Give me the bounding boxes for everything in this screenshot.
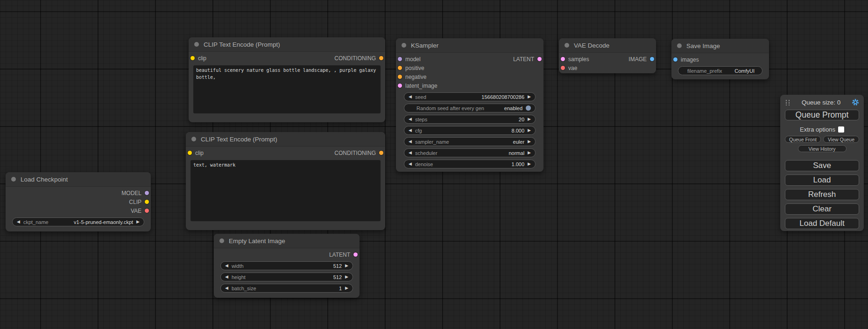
load-button[interactable]: Load bbox=[785, 175, 859, 186]
negative-prompt-textarea[interactable]: text, watermark bbox=[191, 160, 381, 221]
refresh-button[interactable]: Refresh bbox=[785, 189, 859, 200]
node-titlebar[interactable]: VAE Decode bbox=[559, 38, 656, 53]
input-label-negative: negative bbox=[405, 74, 426, 80]
input-slot-positive[interactable] bbox=[398, 66, 402, 70]
output-slot-latent[interactable] bbox=[353, 252, 358, 257]
drag-handle-icon[interactable] bbox=[785, 99, 790, 105]
decrement-arrow-icon[interactable]: ◀ bbox=[409, 95, 412, 99]
gear-icon[interactable] bbox=[852, 98, 859, 106]
increment-arrow-icon[interactable]: ▶ bbox=[136, 220, 140, 224]
input-label-model: model bbox=[405, 56, 421, 63]
input-label-vae: vae bbox=[568, 65, 577, 71]
input-slot-images[interactable] bbox=[673, 57, 677, 62]
input-label-samples: samples bbox=[568, 56, 589, 63]
increment-arrow-icon[interactable]: ▶ bbox=[528, 140, 531, 144]
input-slot-negative[interactable] bbox=[398, 75, 402, 79]
output-slot-latent[interactable] bbox=[537, 57, 542, 61]
queue-prompt-button[interactable]: Queue Prompt bbox=[785, 110, 859, 120]
toggle-on-icon[interactable] bbox=[526, 105, 531, 111]
decrement-arrow-icon[interactable]: ◀ bbox=[409, 151, 412, 155]
input-slot-clip[interactable] bbox=[188, 151, 192, 155]
input-label-positive: positive bbox=[405, 65, 424, 71]
increment-arrow-icon[interactable]: ▶ bbox=[345, 275, 348, 279]
output-slot-clip[interactable] bbox=[145, 200, 149, 204]
input-slot-vae[interactable] bbox=[561, 66, 565, 70]
slot-list: model LATENT positive negative latent_im… bbox=[396, 53, 543, 90]
decrement-arrow-icon[interactable]: ◀ bbox=[225, 275, 228, 279]
menu-header: Queue size: 0 bbox=[785, 98, 859, 106]
output-slot-vae[interactable] bbox=[145, 209, 149, 213]
graph-canvas[interactable]: Load Checkpoint MODEL CLIP VAE ◀ ckpt_na… bbox=[0, 0, 868, 329]
node-ksampler[interactable]: KSampler model LATENT positive negative … bbox=[396, 38, 543, 172]
output-slot-conditioning[interactable] bbox=[379, 56, 383, 60]
queue-front-button[interactable]: Queue Front bbox=[785, 136, 821, 143]
collapse-toggle-icon[interactable] bbox=[191, 137, 196, 141]
collapse-toggle-icon[interactable] bbox=[194, 42, 199, 47]
increment-arrow-icon[interactable]: ▶ bbox=[345, 264, 348, 268]
decrement-arrow-icon[interactable]: ◀ bbox=[409, 162, 412, 166]
filename-prefix-widget[interactable]: filename_prefix ComfyUI bbox=[678, 66, 762, 75]
node-titlebar[interactable]: Save Image bbox=[671, 39, 769, 53]
output-label-conditioning: CONDITIONING bbox=[334, 150, 376, 156]
node-titlebar[interactable]: CLIP Text Encode (Prompt) bbox=[189, 37, 385, 52]
random-seed-widget[interactable]: Random seed after every gen enabled bbox=[404, 104, 536, 112]
widget-value: 1.000 bbox=[512, 161, 525, 167]
node-empty-latent-image[interactable]: Empty Latent Image LATENT ◀ width 512 ▶ … bbox=[214, 234, 360, 298]
seed-widget[interactable]: ◀ seed 156680208700286 ▶ bbox=[404, 92, 536, 101]
collapse-toggle-icon[interactable] bbox=[565, 43, 569, 48]
input-slot-model[interactable] bbox=[398, 57, 402, 61]
decrement-arrow-icon[interactable]: ◀ bbox=[409, 140, 412, 144]
increment-arrow-icon[interactable]: ▶ bbox=[345, 286, 348, 290]
view-history-button[interactable]: View History bbox=[798, 145, 847, 152]
node-titlebar[interactable]: Empty Latent Image bbox=[214, 234, 360, 248]
input-slot-clip[interactable] bbox=[191, 56, 195, 60]
widget-value: 512 bbox=[333, 263, 342, 269]
node-titlebar[interactable]: CLIP Text Encode (Prompt) bbox=[186, 132, 385, 147]
collapse-toggle-icon[interactable] bbox=[219, 238, 224, 243]
decrement-arrow-icon[interactable]: ◀ bbox=[409, 128, 412, 133]
node-save-image[interactable]: Save Image images filename_prefix ComfyU… bbox=[671, 39, 769, 79]
node-clip-text-encode-negative[interactable]: CLIP Text Encode (Prompt) clip CONDITION… bbox=[186, 132, 385, 230]
steps-widget[interactable]: ◀ steps 20 ▶ bbox=[404, 115, 536, 124]
node-titlebar[interactable]: KSampler bbox=[396, 38, 543, 53]
collapse-toggle-icon[interactable] bbox=[677, 43, 682, 48]
height-widget[interactable]: ◀ height 512 ▶ bbox=[220, 273, 353, 281]
increment-arrow-icon[interactable]: ▶ bbox=[528, 128, 531, 133]
cfg-widget[interactable]: ◀ cfg 8.000 ▶ bbox=[404, 126, 536, 135]
node-clip-text-encode-positive[interactable]: CLIP Text Encode (Prompt) clip CONDITION… bbox=[189, 37, 385, 122]
queue-menu-panel: Queue size: 0 Queue Prompt Extra options… bbox=[780, 95, 864, 231]
output-label-vae: VAE bbox=[131, 208, 141, 214]
decrement-arrow-icon[interactable]: ◀ bbox=[17, 220, 20, 224]
node-titlebar[interactable]: Load Checkpoint bbox=[6, 172, 151, 187]
input-slot-latent-image[interactable] bbox=[398, 84, 402, 88]
decrement-arrow-icon[interactable]: ◀ bbox=[225, 286, 228, 290]
output-slot-image[interactable] bbox=[650, 57, 654, 61]
scheduler-widget[interactable]: ◀ scheduler normal ▶ bbox=[404, 148, 536, 157]
positive-prompt-textarea[interactable]: beautiful scenery nature glass bottle la… bbox=[193, 65, 381, 113]
node-vae-decode[interactable]: VAE Decode samples IMAGE vae bbox=[559, 38, 656, 73]
save-button[interactable]: Save bbox=[785, 160, 859, 171]
denoise-widget[interactable]: ◀ denoise 1.000 ▶ bbox=[404, 160, 536, 168]
increment-arrow-icon[interactable]: ▶ bbox=[528, 151, 531, 155]
output-label-conditioning: CONDITIONING bbox=[334, 55, 376, 62]
output-slot-conditioning[interactable] bbox=[379, 151, 383, 155]
decrement-arrow-icon[interactable]: ◀ bbox=[409, 117, 412, 121]
output-label-latent: LATENT bbox=[329, 252, 350, 258]
extra-options-checkbox[interactable] bbox=[838, 126, 844, 133]
decrement-arrow-icon[interactable]: ◀ bbox=[225, 264, 228, 268]
collapse-toggle-icon[interactable] bbox=[402, 43, 406, 48]
clear-button[interactable]: Clear bbox=[785, 203, 859, 215]
node-load-checkpoint[interactable]: Load Checkpoint MODEL CLIP VAE ◀ ckpt_na… bbox=[6, 172, 151, 231]
width-widget[interactable]: ◀ width 512 ▶ bbox=[220, 261, 353, 270]
sampler-name-widget[interactable]: ◀ sampler_name euler ▶ bbox=[404, 137, 536, 146]
ckpt-name-widget[interactable]: ◀ ckpt_name v1-5-pruned-emaonly.ckpt ▶ bbox=[12, 217, 144, 226]
increment-arrow-icon[interactable]: ▶ bbox=[528, 162, 531, 166]
view-queue-button[interactable]: View Queue bbox=[823, 136, 859, 143]
increment-arrow-icon[interactable]: ▶ bbox=[528, 117, 531, 121]
batch-size-widget[interactable]: ◀ batch_size 1 ▶ bbox=[220, 284, 353, 293]
input-slot-samples[interactable] bbox=[561, 57, 565, 61]
increment-arrow-icon[interactable]: ▶ bbox=[528, 95, 531, 99]
output-slot-model[interactable] bbox=[145, 191, 149, 195]
load-default-button[interactable]: Load Default bbox=[785, 218, 859, 229]
collapse-toggle-icon[interactable] bbox=[11, 177, 16, 182]
